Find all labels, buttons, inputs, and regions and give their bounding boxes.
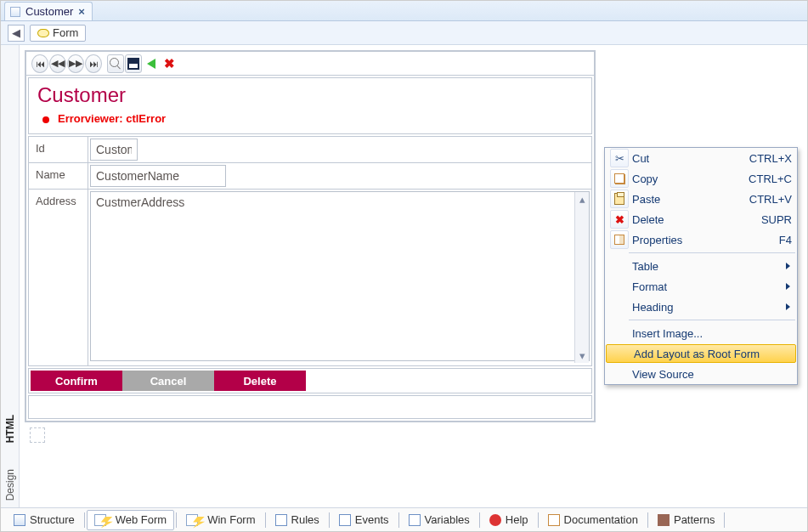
menu-item-label: Cut [632, 152, 749, 165]
delete-toolbar-button[interactable]: ✖ [161, 54, 178, 73]
menu-item-delete[interactable]: ✖DeleteSUPR [605, 209, 797, 229]
row-address: Address ▴ ▾ [29, 190, 591, 365]
action-button-row: Confirm Cancel Delete [28, 368, 592, 393]
confirm-button[interactable]: Confirm [31, 371, 122, 391]
menu-item-add-layout[interactable]: Add Layout as Root Form [606, 344, 796, 363]
undo-button[interactable] [143, 54, 160, 73]
separator [398, 512, 399, 528]
blank-icon [612, 344, 630, 363]
save-button[interactable] [125, 54, 142, 73]
events-icon [339, 514, 351, 526]
left-vertical-tabs: HTML Design [1, 45, 20, 507]
tab-help[interactable]: Help [482, 510, 536, 530]
separator [724, 512, 725, 528]
transaction-icon [10, 7, 20, 17]
variables-icon [409, 514, 421, 526]
back-button[interactable]: ◀ [8, 25, 25, 42]
structure-icon [14, 514, 25, 526]
tab-web-form-label: Web Form [116, 513, 167, 526]
save-icon [127, 58, 139, 70]
separator [538, 512, 539, 528]
menu-item-accel: CTRL+V [749, 193, 792, 206]
row-name: Name [29, 163, 591, 190]
chevron-left-icon: ◀ [12, 26, 20, 39]
label-address: Address [29, 190, 88, 365]
tab-events[interactable]: Events [331, 510, 397, 530]
input-address[interactable] [90, 191, 590, 361]
search-icon [110, 58, 121, 70]
menu-item-paste[interactable]: PasteCTRL+V [605, 189, 797, 209]
next-record-button[interactable]: ▶▶ [67, 54, 84, 73]
form-chip[interactable]: Form [30, 25, 86, 42]
help-icon [489, 514, 501, 526]
design-canvas-wrap: ⏮ ◀◀ ▶▶ ⏭ ✖ Customer Errorviewer: ctlErr… [20, 45, 601, 507]
scrollbar[interactable]: ▴ ▾ [574, 192, 589, 363]
menu-item-view-source[interactable]: View Source [605, 364, 797, 384]
vertical-tab-html[interactable]: HTML [4, 415, 16, 443]
tab-patterns[interactable]: Patterns [650, 510, 722, 530]
menu-item-label: Format [632, 280, 792, 293]
menu-item-accel: CTRL+X [749, 152, 792, 165]
delete-button[interactable]: Delete [214, 371, 306, 391]
menu-item-format[interactable]: Format [605, 276, 797, 297]
delete-icon: ✖ [164, 56, 175, 71]
tab-patterns-label: Patterns [674, 513, 715, 526]
last-record-button[interactable]: ⏭ [85, 54, 102, 73]
separator [265, 512, 266, 528]
menu-item-insert-image[interactable]: Insert Image... [605, 323, 797, 343]
blank-icon [610, 297, 629, 316]
cancel-button[interactable]: Cancel [122, 371, 214, 391]
scroll-up-icon[interactable]: ▴ [575, 192, 589, 207]
tab-rules[interactable]: Rules [268, 510, 327, 530]
scroll-down-icon[interactable]: ▾ [575, 348, 589, 363]
close-icon[interactable]: × [78, 5, 85, 18]
input-id[interactable] [90, 139, 138, 161]
undo-icon [147, 59, 155, 69]
tab-structure[interactable]: Structure [6, 510, 82, 530]
menu-item-accel: F4 [779, 234, 792, 246]
tab-win-form[interactable]: Win Form [178, 510, 263, 530]
paste-icon [610, 190, 629, 208]
menu-item-copy[interactable]: CopyCTRL+C [605, 168, 797, 189]
menu-item-accel: SUPR [761, 213, 792, 226]
field-grid: Id Name Address ▴ [28, 136, 592, 366]
vertical-tab-design[interactable]: Design [4, 469, 16, 501]
tab-documentation-label: Documentation [564, 513, 638, 526]
error-viewer: Errorviewer: ctlError [29, 109, 591, 133]
app-root: Customer × ◀ Form HTML Design ⏮ ◀◀ ▶▶ ⏭ [0, 0, 808, 532]
form-icon [37, 29, 49, 37]
separator [479, 512, 480, 528]
input-name[interactable] [90, 165, 226, 187]
label-name: Name [29, 163, 88, 189]
menu-item-label: Copy [632, 173, 749, 185]
separator [176, 512, 177, 528]
document-tab-strip: Customer × [1, 1, 807, 21]
tab-variables[interactable]: Variables [401, 510, 477, 530]
document-tab-customer[interactable]: Customer × [4, 2, 93, 20]
tab-help-label: Help [506, 513, 528, 526]
empty-strip [28, 395, 592, 419]
drop-target-placeholder [30, 427, 45, 443]
menu-item-label: View Source [632, 368, 792, 381]
menu-item-label: Heading [632, 301, 792, 314]
prev-record-button[interactable]: ◀◀ [49, 54, 66, 73]
blank-icon [610, 324, 629, 342]
record-toolbar: ⏮ ◀◀ ▶▶ ⏭ ✖ [26, 52, 594, 76]
menu-item-table[interactable]: Table [605, 256, 797, 276]
separator [84, 512, 85, 528]
tab-web-form[interactable]: Web Form [87, 510, 174, 530]
menu-item-cut[interactable]: ✂CutCTRL+X [605, 148, 797, 168]
menu-item-properties[interactable]: PropertiesF4 [605, 229, 797, 250]
menu-divider [629, 320, 795, 320]
menu-item-label: Properties [632, 234, 779, 246]
page-title: Customer [29, 78, 591, 109]
search-button[interactable] [107, 54, 124, 73]
menu-item-accel: CTRL+C [749, 173, 792, 185]
first-record-button[interactable]: ⏮ [31, 54, 48, 73]
tab-documentation[interactable]: Documentation [540, 510, 646, 530]
row-id: Id [29, 137, 591, 163]
documentation-icon [548, 514, 560, 526]
menu-item-heading[interactable]: Heading [605, 297, 797, 317]
menu-divider [629, 252, 795, 253]
form-chip-label: Form [53, 26, 78, 39]
